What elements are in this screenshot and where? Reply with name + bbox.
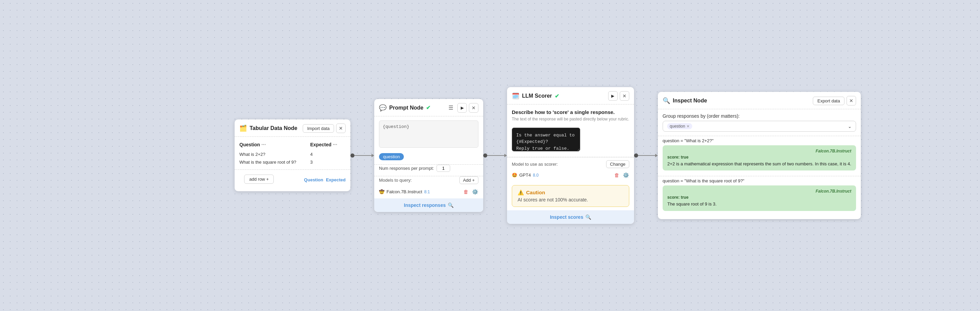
- prompt-menu-button[interactable]: ☰: [446, 104, 455, 112]
- section1-label: question = "What is 2+2?": [663, 138, 856, 143]
- falcon-count: 8:1: [424, 189, 430, 194]
- inspect-scores-label: Inspect scores: [550, 214, 583, 220]
- row1-expected: 4: [310, 151, 345, 158]
- llm-icon: 🗓️: [512, 92, 519, 100]
- prompt-responses-row: Num responses per prompt:: [374, 165, 483, 176]
- prompt-question-tag: question: [379, 153, 404, 160]
- connector-2: [483, 154, 507, 157]
- llm-model-row: Model to use as scorer: Change: [507, 157, 634, 171]
- table-row: What is 2+2? 4: [239, 151, 345, 158]
- gpt-settings-icon[interactable]: ⚙️: [623, 172, 629, 178]
- llm-scorer-node: 🗓️ LLM Scorer ✔ ▶ ✕ Describe how to 'sco…: [507, 87, 634, 224]
- inspect-icon: 🔍: [663, 97, 670, 105]
- group-by-select[interactable]: question ✕ ⌄: [663, 121, 856, 132]
- inspect-node: 🔍 Inspect Node Export data ✕ Group respo…: [658, 92, 861, 219]
- tabular-close-button[interactable]: ✕: [336, 124, 345, 133]
- group-tag: question ✕: [667, 123, 692, 129]
- connector-dot-3: [634, 154, 638, 157]
- model-actions: 🗑 ⚙️: [463, 189, 479, 195]
- response-text-1: 2+2 is a mathematical expression that re…: [667, 161, 851, 167]
- prompt-node: 💬 Prompt Node ✔ ☰ ▶ ✕ {question} questio…: [374, 99, 483, 212]
- tabular-node-title: 🗂️ Tabular Data Node: [239, 125, 297, 132]
- output-tag-expected: Expected: [326, 177, 345, 182]
- inspect-section-2: question = "What is the square root of 9…: [658, 176, 861, 216]
- llm-close-button[interactable]: ✕: [620, 91, 629, 101]
- prompt-tag-area: question: [374, 153, 483, 164]
- inspect-node-controls: Export data ✕: [813, 96, 856, 105]
- tabular-table: Question ··· Expected ··· What is 2+2? 4: [235, 137, 350, 170]
- falcon-name: Falcon.7B.Instruct: [387, 189, 422, 194]
- inspect-node-header: 🔍 Inspect Node Export data ✕: [658, 92, 861, 109]
- output-tags: Question Expected: [304, 177, 345, 182]
- prompt-title-text: Prompt Node: [389, 105, 423, 111]
- prompt-checkmark: ✔: [426, 105, 430, 111]
- connector-3: [634, 154, 658, 157]
- num-responses-input[interactable]: [436, 165, 450, 172]
- llm-model-label: Model to use as scorer:: [512, 162, 558, 167]
- caution-title-text: Caution: [526, 189, 545, 195]
- gpt-delete-icon[interactable]: 🗑: [614, 172, 619, 178]
- tabular-icon: 🗂️: [239, 125, 247, 132]
- add-row-button[interactable]: add row +: [244, 175, 274, 184]
- inspect-scores-icon: 🔍: [585, 214, 591, 220]
- gpt-model-actions: 🗑 ⚙️: [614, 172, 629, 178]
- inspect-title-text: Inspect Node: [673, 98, 707, 104]
- tabular-title-text: Tabular Data Node: [250, 125, 297, 131]
- llm-gpt-row: 🤩 GPT4 8.0 🗑 ⚙️: [507, 171, 634, 182]
- inspect-responses-bar[interactable]: Inspect responses 🔍: [374, 198, 483, 212]
- prompt-template-textarea[interactable]: {question}: [379, 121, 479, 148]
- export-data-button[interactable]: Export data: [813, 97, 845, 105]
- falcon-settings-icon[interactable]: ⚙️: [472, 189, 479, 195]
- section2-label: question = "What is the square root of 9…: [663, 178, 856, 183]
- num-responses-label: Num responses per prompt:: [379, 166, 434, 171]
- inspect-close-button[interactable]: ✕: [846, 96, 856, 105]
- llm-subdescription: The text of the response will be pasted …: [507, 116, 634, 125]
- group-by-label: Group responses by (order matters):: [658, 109, 861, 121]
- inspect-section-1: question = "What is 2+2?" Falcon.7B.Inst…: [658, 136, 861, 176]
- llm-play-button[interactable]: ▶: [608, 91, 618, 101]
- prompt-icon: 💬: [379, 104, 387, 112]
- response-card-2: Falcon.7B.Instruct score: true The squar…: [663, 186, 856, 211]
- response-score-1: score: true: [667, 155, 851, 160]
- change-model-button[interactable]: Change: [606, 160, 629, 168]
- caution-title: ⚠️ Caution: [518, 189, 624, 196]
- models-label: Models to query:: [379, 178, 412, 183]
- llm-node-title: 🗓️ LLM Scorer ✔: [512, 92, 559, 100]
- llm-rubric-textarea[interactable]: Is the answer equal to {#Expected}? Repl…: [512, 128, 580, 151]
- llm-node-controls: ▶ ✕: [608, 91, 629, 101]
- response-model-label-2: Falcon.7B.Instruct: [667, 189, 851, 194]
- response-model-label-1: Falcon.7B.Instruct: [667, 149, 851, 154]
- model-row: 🤠 Falcon.7B.Instruct 8:1 🗑 ⚙️: [374, 187, 483, 198]
- prompt-play-button[interactable]: ▶: [457, 103, 467, 113]
- import-data-button[interactable]: Import data: [303, 124, 334, 133]
- connector-dot-1: [350, 154, 355, 157]
- connector-1: [350, 154, 374, 157]
- row2-expected: 3: [310, 158, 345, 166]
- inspect-node-title: 🔍 Inspect Node: [663, 97, 707, 105]
- falcon-icon: 🤠: [379, 189, 385, 194]
- caution-icon: ⚠️: [518, 189, 524, 196]
- response-score-2: score: true: [667, 195, 851, 200]
- prompt-node-controls: ☰ ▶ ✕: [446, 103, 479, 113]
- llm-node-header: 🗓️ LLM Scorer ✔ ▶ ✕: [507, 87, 634, 105]
- table-row: What is the square root of 9? 3: [239, 158, 345, 166]
- row2-question: What is the square root of 9?: [239, 158, 310, 166]
- caution-text: AI scores are not 100% accurate.: [518, 197, 624, 203]
- models-header: Models to query: Add +: [374, 176, 483, 187]
- connector-dot-2: [483, 154, 487, 157]
- prompt-node-header: 💬 Prompt Node ✔ ☰ ▶ ✕: [374, 99, 483, 116]
- col-question-header: Question ···: [239, 140, 310, 151]
- inspect-scores-bar[interactable]: Inspect scores 🔍: [507, 210, 634, 224]
- group-tag-remove[interactable]: ✕: [686, 124, 690, 129]
- response-card-1: Falcon.7B.Instruct score: true 2+2 is a …: [663, 145, 856, 170]
- tabular-node-header: 🗂️ Tabular Data Node Import data ✕: [235, 119, 350, 137]
- row1-question: What is 2+2?: [239, 151, 310, 158]
- falcon-delete-icon[interactable]: 🗑: [463, 189, 469, 195]
- response-text-2: The square root of 9 is 3.: [667, 201, 851, 207]
- expected-col-dots: ···: [332, 141, 337, 148]
- group-tag-text: question: [670, 124, 685, 129]
- add-model-button[interactable]: Add +: [459, 176, 479, 184]
- prompt-close-button[interactable]: ✕: [469, 103, 479, 113]
- gpt-score: 8.0: [533, 173, 539, 178]
- col-expected-header: Expected ···: [310, 140, 345, 151]
